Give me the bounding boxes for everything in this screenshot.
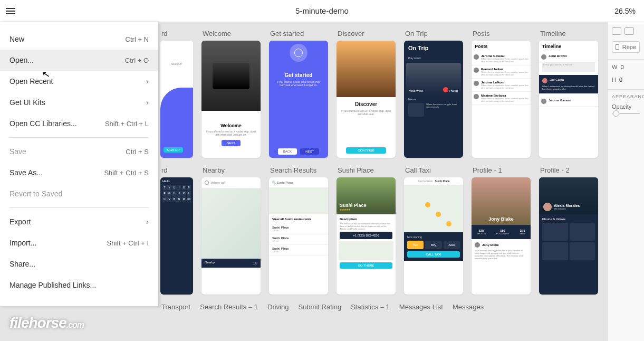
artboard-label: rd [160, 166, 193, 174]
artboard-label: Get started [269, 30, 328, 37]
artboard-screen[interactable]: 🔍 Sushi PlaceView all Sushi restaurantsS… [269, 177, 328, 295]
appearance-section-label: APPEARANCE [612, 94, 640, 99]
menu-label: Import... [9, 239, 36, 247]
repeat-label: Repe [622, 44, 636, 50]
artboard-get-started[interactable]: Get startedGet startedIf you offered a s… [269, 30, 328, 158]
artboard-label: Transport [160, 303, 190, 311]
height-field[interactable]: H 0 [612, 77, 640, 83]
menu-label: Get UI Kits [9, 98, 45, 107]
artboard-screen[interactable]: HelloTYUIOPFGHJKLCVBNM⌫ [160, 177, 193, 295]
menu-item-import-[interactable]: Import...Shift + Ctrl + I [0, 232, 158, 253]
artboard-search-results-1[interactable]: Search Results – 1 [199, 303, 258, 314]
artboard-screen[interactable]: Sushi Place★★★★★DescriptionThe restauran… [337, 177, 396, 295]
menu-item-revert-to-saved[interactable]: Revert to Saved [0, 183, 158, 204]
artboard-screen[interactable]: Jony Blake125PHOTOS150FOLLOWING321SEENJo… [472, 177, 531, 295]
menu-label: Revert to Saved [9, 190, 62, 198]
artboard-screen[interactable]: Where to?Nearby18 [201, 177, 261, 295]
artboard-label: Profile - 2 [539, 166, 598, 174]
artboard-welcome[interactable]: WelcomeWelcomeIf you offered a seat on a… [201, 30, 261, 158]
menu-item-new[interactable]: NewCtrl + N [0, 29, 158, 50]
design-canvas[interactable]: rdSIGN UPSIGN UPWelcomeWelcomeIf you off… [158, 22, 607, 341]
file-menu: NewCtrl + NOpen...Ctrl + OOpen Recent›Ge… [0, 22, 158, 306]
artboard-label: Messages List [398, 303, 443, 311]
artboard-label: Discover [337, 30, 396, 37]
document-title: 5-minute-demo [295, 6, 349, 15]
menu-shortcut: Shift + Ctrl + I [107, 239, 149, 247]
menu-shortcut: Ctrl + S [126, 148, 149, 156]
menu-item-save[interactable]: SaveCtrl + S [0, 141, 158, 162]
inspector-panel: Repe W 0 H 0 APPEARANCE Opacity [607, 22, 644, 341]
artboard-screen[interactable]: Get startedIf you offered a seat on a ro… [269, 41, 328, 158]
artboard-label: Statistics – 1 [350, 303, 390, 311]
artboard-screen[interactable]: DiscoverIf you offered a seat on a rocke… [337, 41, 396, 158]
artboard-label: rd [160, 30, 193, 37]
artboard-transport[interactable]: Transport [160, 303, 190, 314]
artboard-screen[interactable]: PostsJerome GaveauWhen there is happines… [472, 41, 531, 158]
chevron-right-icon: › [146, 77, 149, 86]
artboard-label: Nearby [201, 166, 261, 174]
artboard-rd[interactable]: rdHelloTYUIOPFGHJKLCVBNM⌫ [160, 166, 193, 295]
opacity-slider[interactable] [612, 113, 640, 114]
menu-item-manage-published-links-[interactable]: Manage Published Links... [0, 274, 158, 296]
menu-shortcut: Ctrl + O [125, 56, 149, 64]
menu-label: Manage Published Links... [9, 281, 96, 289]
menu-item-open-[interactable]: Open...Ctrl + O [0, 50, 158, 71]
artboard-profile-1[interactable]: Profile - 1Jony Blake125PHOTOS150FOLLOWI… [472, 166, 531, 295]
artboard-call-taxi[interactable]: Call TaxiYour location Sushi PlaceNow st… [404, 166, 463, 295]
menu-item-get-ui-kits[interactable]: Get UI Kits› [0, 92, 158, 113]
align-middle-icon[interactable] [624, 27, 634, 35]
artboard-profile-2[interactable]: Profile - 2Alexis Morales13k followersPh… [539, 166, 598, 295]
artboard-discover[interactable]: DiscoverDiscoverIf you offered a seat on… [337, 30, 396, 158]
artboard-label: Welcome [201, 30, 261, 37]
artboard-label: Timeline [539, 30, 598, 37]
zoom-level[interactable]: 26.5% [614, 7, 636, 15]
artboard-search-results[interactable]: Search Results🔍 Sushi PlaceView all Sush… [269, 166, 328, 295]
menu-shortcut: Shift + Ctrl + S [104, 169, 149, 177]
artboard-on-trip[interactable]: On TripOn TripPlay musicWild westThougNe… [404, 30, 463, 158]
width-field[interactable]: W 0 [612, 64, 640, 70]
artboard-label: Profile - 1 [472, 166, 531, 174]
artboard-label: Submit Rating [297, 303, 341, 311]
menu-item-save-as-[interactable]: Save As...Shift + Ctrl + S [0, 162, 158, 183]
artboard-label: Search Results [269, 166, 328, 174]
artboard-nearby[interactable]: NearbyWhere to?Nearby18 [201, 166, 261, 295]
artboard-screen[interactable]: Your location Sushi PlaceNow startingTax… [404, 177, 463, 295]
watermark: filehorse.com [9, 315, 84, 331]
artboard-timeline[interactable]: TimelineTimelineJohn BrownFollow your ow… [539, 30, 598, 158]
artboard-rd[interactable]: rdSIGN UPSIGN UP [160, 30, 193, 158]
menu-label: Open CC Libraries... [9, 119, 77, 128]
menu-item-share-[interactable]: Share... [0, 253, 158, 274]
artboard-label: On Trip [404, 30, 463, 37]
artboard-sushi-place[interactable]: Sushi PlaceSushi Place★★★★★DescriptionTh… [337, 166, 396, 295]
artboard-driving[interactable]: Driving [266, 303, 289, 314]
menu-label: Open... [9, 56, 34, 64]
align-top-icon[interactable] [612, 27, 621, 35]
repeat-grid-button[interactable]: Repe [612, 41, 640, 53]
artboard-statistics-1[interactable]: Statistics – 1 [350, 303, 390, 314]
menu-item-open-cc-libraries-[interactable]: Open CC Libraries...Shift + Ctrl + L [0, 113, 158, 134]
artboard-submit-rating[interactable]: Submit Rating [297, 303, 341, 314]
artboard-messages[interactable]: Messages [451, 303, 484, 314]
menu-label: Save As... [9, 168, 43, 177]
artboard-label: Search Results – 1 [199, 303, 258, 311]
chevron-right-icon: › [146, 217, 149, 226]
artboard-screen[interactable]: SIGN UPSIGN UP [160, 41, 193, 158]
artboard-label: Sushi Place [337, 166, 396, 174]
title-bar: 5-minute-demo 26.5% [0, 0, 644, 22]
menu-label: Share... [9, 260, 35, 268]
menu-label: New [9, 35, 24, 43]
artboard-screen[interactable]: On TripPlay musicWild westThougNewsWhere… [404, 41, 463, 158]
menu-item-open-recent[interactable]: Open Recent› [0, 71, 158, 92]
artboard-screen[interactable]: TimelineJohn BrownFollow your own star &… [539, 41, 598, 158]
menu-label: Save [9, 147, 26, 156]
artboard-posts[interactable]: PostsPostsJerome GaveauWhen there is hap… [472, 30, 531, 158]
artboard-messages-list[interactable]: Messages List [398, 303, 443, 314]
hamburger-menu-button[interactable] [0, 0, 21, 22]
menu-item-export[interactable]: Export› [0, 211, 158, 232]
opacity-label: Opacity [612, 103, 640, 110]
artboard-label: Messages [451, 303, 484, 311]
artboard-screen[interactable]: Alexis Morales13k followersPhotos & Vide… [539, 177, 598, 295]
artboard-label: Posts [472, 30, 531, 37]
artboard-screen[interactable]: WelcomeIf you offered a seat on a rocket… [201, 41, 261, 158]
artboard-label: Call Taxi [404, 166, 463, 174]
